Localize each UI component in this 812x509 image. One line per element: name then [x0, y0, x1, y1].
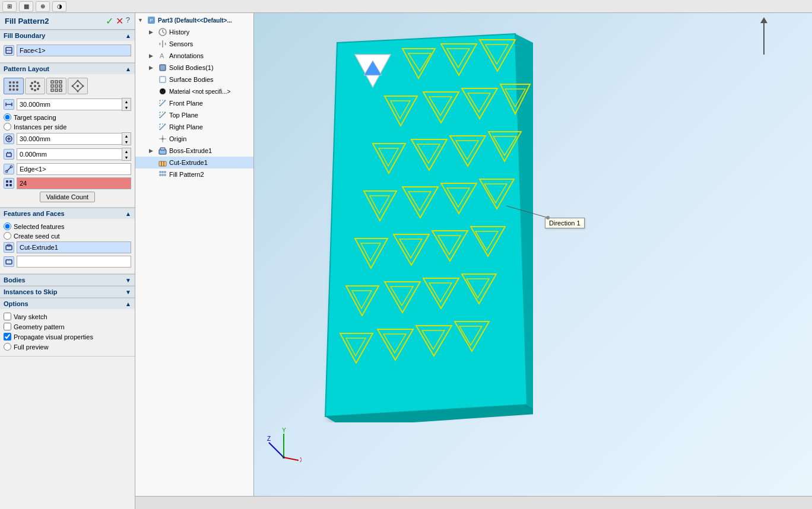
feature-input-2[interactable]	[17, 256, 131, 268]
pattern-btn-perforation[interactable]	[4, 78, 24, 94]
bodies-section: Bodies ▼	[0, 274, 135, 286]
spacing-spin-down[interactable]: ▼	[122, 104, 131, 110]
left-panel: Fill Pattern2 ✓ ✕ ? Fill Boundary ▲	[0, 13, 135, 509]
bodies-label: Bodies	[4, 276, 26, 284]
tree-item-sensors[interactable]: Sensors	[135, 38, 253, 50]
svg-rect-20	[51, 81, 53, 83]
right-area: ▼ P Part3 (Default<<Default>... ▶ Histor…	[135, 13, 812, 509]
tree-boss-extrude1-icon	[158, 146, 167, 155]
tree-root[interactable]: ▼ P Part3 (Default<<Default>...	[135, 14, 253, 26]
pattern-layout-body: ▲ ▼ Target spacing Instances per side	[0, 74, 135, 207]
tree-root-label: Part3 (Default<<Default>...	[158, 17, 232, 24]
tree-item-solid-bodies[interactable]: ▶ Solid Bodies(1)	[135, 62, 253, 74]
propagate-row: Propagate visual properties	[4, 333, 131, 341]
toolbar-color-btn[interactable]: ◑	[52, 1, 66, 12]
feature-icon	[4, 242, 14, 253]
bodies-header[interactable]: Bodies ▼	[0, 274, 135, 285]
tree-item-material[interactable]: M Material <not specifi...>	[135, 85, 253, 97]
tree-item-right-plane[interactable]: Right Plane	[135, 121, 253, 133]
bodies-arrow: ▼	[125, 277, 131, 284]
selected-features-radio[interactable]	[4, 222, 11, 230]
tree-solid-bodies-label: Solid Bodies(1)	[169, 64, 214, 71]
value3-icon	[4, 149, 14, 160]
ok-button[interactable]: ✓	[106, 15, 113, 27]
value3-input-row: ▲ ▼	[4, 148, 131, 161]
spacing-icon	[4, 99, 14, 110]
svg-point-11	[34, 85, 36, 87]
toolbar-rect-btn[interactable]: ▦	[19, 1, 33, 12]
tree-root-icon: P	[147, 15, 156, 25]
value2-spin-down[interactable]: ▼	[122, 139, 131, 145]
fill-boundary-header[interactable]: Fill Boundary ▲	[0, 30, 135, 41]
svg-rect-77	[160, 148, 165, 150]
svg-point-154	[283, 456, 285, 459]
cancel-button[interactable]: ✕	[116, 15, 123, 27]
target-spacing-label: Target spacing	[14, 114, 56, 121]
pattern-btn-grid[interactable]	[46, 78, 66, 94]
svg-point-19	[31, 88, 33, 90]
tree-item-origin[interactable]: Origin	[135, 133, 253, 145]
feature-input[interactable]	[17, 241, 131, 253]
svg-point-86	[164, 174, 166, 176]
tree-item-cut-extrude1[interactable]: Cut-Extrude1	[135, 157, 253, 168]
tree-top-plane-icon	[158, 110, 167, 120]
features-faces-header[interactable]: Features and Faces ▲	[0, 208, 135, 219]
options-header[interactable]: Options ▲	[0, 298, 135, 309]
toolbar-grid-btn[interactable]: ⊞	[2, 1, 17, 12]
spacing-spinbox: ▲ ▼	[17, 98, 131, 111]
value2-input-row: ▲ ▼	[4, 132, 131, 145]
tree-item-boss-extrude1[interactable]: ▶ Boss-Extrude1	[135, 145, 253, 157]
pattern-layout-header[interactable]: Pattern Layout ▲	[0, 63, 135, 74]
geometry-pattern-checkbox[interactable]	[4, 323, 11, 330]
instance-count-input[interactable]	[17, 177, 131, 189]
direction-label: Direction 1	[545, 218, 585, 228]
validate-count-button[interactable]: Validate Count	[40, 192, 95, 202]
vary-sketch-checkbox[interactable]	[4, 313, 11, 320]
tree-item-history[interactable]: ▶ History	[135, 26, 253, 38]
svg-rect-28	[59, 89, 62, 91]
tree-item-top-plane[interactable]: Top Plane	[135, 109, 253, 121]
pattern-btn-circular[interactable]	[25, 78, 45, 94]
value3-spin-up[interactable]: ▲	[122, 148, 131, 154]
up-arrow-shaft	[763, 22, 765, 55]
options-body: Vary sketch Geometry pattern Propagate v…	[0, 309, 135, 356]
tree-history-icon	[158, 27, 167, 37]
tree-item-surface-bodies[interactable]: Surface Bodies	[135, 74, 253, 85]
value2-icon	[4, 133, 14, 144]
tree-item-annotations[interactable]: ▶ A Annotations	[135, 50, 253, 62]
svg-point-34	[72, 85, 74, 87]
pattern-btn-diamond[interactable]	[68, 78, 88, 94]
tree-item-front-plane[interactable]: Front Plane	[135, 97, 253, 109]
options-arrow: ▲	[125, 301, 131, 307]
toolbar-target-btn[interactable]: ⊕	[36, 1, 50, 12]
face-input[interactable]	[17, 44, 131, 56]
spacing-spin-up[interactable]: ▲	[122, 98, 131, 104]
tree-right-plane-label: Right Plane	[169, 123, 203, 131]
tree-item-fill-pattern2[interactable]: Fill Pattern2	[135, 168, 253, 180]
create-seed-cut-radio[interactable]	[4, 232, 11, 240]
svg-rect-47	[6, 180, 8, 183]
svg-point-10	[16, 88, 18, 91]
help-button[interactable]: ?	[126, 15, 130, 27]
value2-spin-up[interactable]: ▲	[122, 133, 131, 139]
viewport[interactable]: Direction 1 Z Y X	[254, 13, 812, 496]
svg-line-148	[269, 443, 284, 457]
svg-rect-25	[59, 85, 62, 87]
instances-to-skip-header[interactable]: Instances to Skip ▼	[0, 286, 135, 297]
value3-input[interactable]	[17, 148, 122, 160]
target-spacing-radio[interactable]	[4, 113, 11, 121]
tree-top-plane-label: Top Plane	[169, 112, 198, 119]
svg-rect-21	[55, 81, 58, 83]
instances-per-side-radio[interactable]	[4, 123, 11, 131]
propagate-checkbox[interactable]	[4, 333, 11, 341]
svg-point-85	[161, 174, 164, 176]
value3-spin-down[interactable]: ▼	[122, 154, 131, 160]
axis-indicator: Z Y X	[266, 428, 302, 463]
svg-point-83	[164, 171, 166, 173]
spacing-input[interactable]	[17, 98, 122, 110]
full-preview-radio[interactable]	[4, 343, 11, 351]
svg-point-30	[77, 85, 79, 87]
feature-icon-2	[4, 256, 14, 267]
value2-input[interactable]	[17, 133, 122, 145]
edge-input[interactable]	[17, 163, 131, 175]
